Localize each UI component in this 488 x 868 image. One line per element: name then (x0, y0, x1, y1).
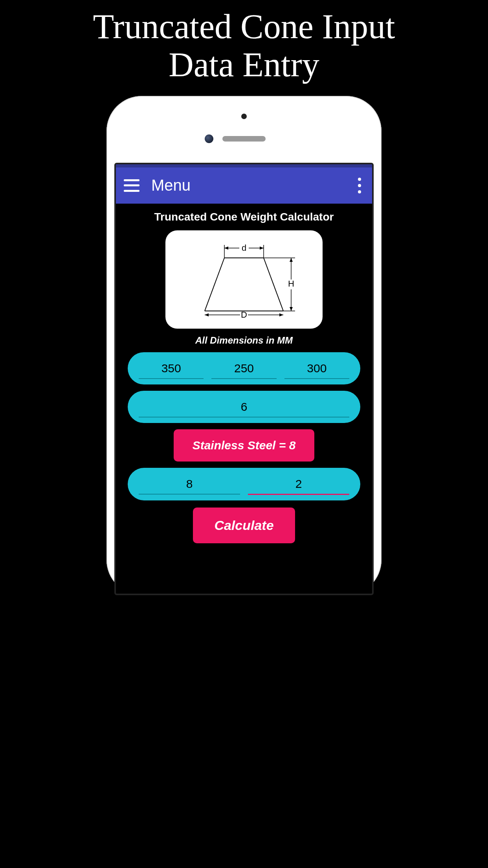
app-bar-title: Menu (151, 177, 358, 194)
input-big-d[interactable] (211, 359, 276, 379)
input-thickness[interactable] (139, 398, 349, 417)
input-h[interactable] (284, 359, 349, 379)
svg-marker-18 (290, 258, 293, 262)
promo-title: Truncated Cone Input Data Entry (0, 0, 488, 96)
svg-marker-9 (260, 246, 264, 250)
density-qty-pill (128, 468, 360, 500)
hamburger-icon[interactable] (124, 179, 139, 192)
input-thickness-field (139, 398, 349, 417)
phone-frame: Menu Truncated Cone Weight Calculator (106, 96, 382, 595)
input-big-d-field (211, 359, 276, 379)
app-bar: Menu (116, 164, 372, 204)
dimensions-pill (128, 352, 360, 384)
kebab-menu-icon[interactable] (358, 178, 361, 193)
input-density[interactable] (139, 475, 240, 495)
thickness-pill (128, 391, 360, 423)
input-h-field (284, 359, 349, 379)
content-area: Truncated Cone Weight Calculator d (116, 204, 372, 543)
truncated-cone-svg: d D H (173, 236, 315, 323)
phone-screen: Menu Truncated Cone Weight Calculator (114, 163, 374, 595)
input-d-field (139, 359, 204, 379)
svg-line-2 (264, 258, 283, 311)
phone-camera (205, 134, 213, 143)
svg-marker-12 (205, 313, 209, 316)
material-select-button[interactable]: Stainless Steel = 8 (174, 429, 315, 462)
diagram-h-label: H (288, 279, 294, 289)
section-title: Truncated Cone Weight Calculator (154, 211, 334, 223)
svg-line-1 (205, 258, 224, 311)
svg-marker-19 (290, 307, 293, 311)
phone-top-bezel (114, 104, 374, 163)
units-note: All Dimensions in MM (195, 335, 293, 346)
diagram-d-label: d (242, 243, 246, 253)
svg-marker-13 (279, 313, 283, 316)
input-qty-field (248, 475, 349, 495)
phone-sensor-dot (241, 114, 247, 119)
input-d[interactable] (139, 359, 204, 379)
calculate-button[interactable]: Calculate (193, 508, 295, 543)
svg-marker-8 (224, 246, 228, 250)
input-density-field (139, 475, 240, 495)
phone-speaker (222, 136, 266, 142)
diagram-big-d-label: D (241, 310, 247, 320)
cone-diagram: d D H (165, 230, 323, 329)
input-qty[interactable] (248, 475, 349, 495)
